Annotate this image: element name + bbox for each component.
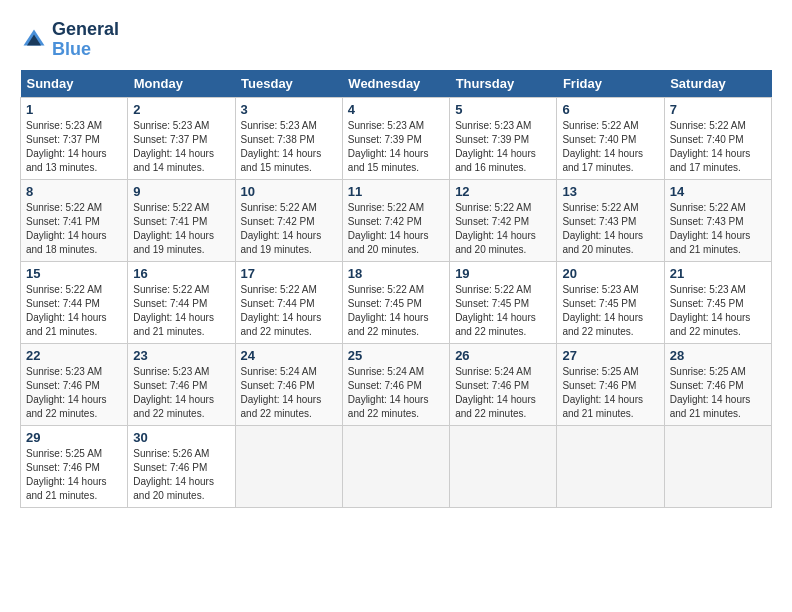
week-row-3: 15Sunrise: 5:22 AM Sunset: 7:44 PM Dayli…: [21, 261, 772, 343]
day-info: Sunrise: 5:22 AM Sunset: 7:44 PM Dayligh…: [133, 283, 229, 339]
day-number: 20: [562, 266, 658, 281]
day-cell-6: 6Sunrise: 5:22 AM Sunset: 7:40 PM Daylig…: [557, 97, 664, 179]
day-cell-12: 12Sunrise: 5:22 AM Sunset: 7:42 PM Dayli…: [450, 179, 557, 261]
day-info: Sunrise: 5:23 AM Sunset: 7:39 PM Dayligh…: [455, 119, 551, 175]
day-cell-17: 17Sunrise: 5:22 AM Sunset: 7:44 PM Dayli…: [235, 261, 342, 343]
week-row-5: 29Sunrise: 5:25 AM Sunset: 7:46 PM Dayli…: [21, 425, 772, 507]
day-number: 9: [133, 184, 229, 199]
day-info: Sunrise: 5:23 AM Sunset: 7:39 PM Dayligh…: [348, 119, 444, 175]
empty-cell: [342, 425, 449, 507]
day-info: Sunrise: 5:22 AM Sunset: 7:45 PM Dayligh…: [348, 283, 444, 339]
day-number: 13: [562, 184, 658, 199]
day-number: 21: [670, 266, 766, 281]
day-info: Sunrise: 5:22 AM Sunset: 7:42 PM Dayligh…: [241, 201, 337, 257]
day-info: Sunrise: 5:22 AM Sunset: 7:45 PM Dayligh…: [455, 283, 551, 339]
day-cell-15: 15Sunrise: 5:22 AM Sunset: 7:44 PM Dayli…: [21, 261, 128, 343]
day-number: 22: [26, 348, 122, 363]
day-cell-23: 23Sunrise: 5:23 AM Sunset: 7:46 PM Dayli…: [128, 343, 235, 425]
day-number: 29: [26, 430, 122, 445]
day-cell-8: 8Sunrise: 5:22 AM Sunset: 7:41 PM Daylig…: [21, 179, 128, 261]
day-number: 24: [241, 348, 337, 363]
day-number: 10: [241, 184, 337, 199]
day-cell-4: 4Sunrise: 5:23 AM Sunset: 7:39 PM Daylig…: [342, 97, 449, 179]
day-number: 27: [562, 348, 658, 363]
day-number: 15: [26, 266, 122, 281]
empty-cell: [557, 425, 664, 507]
day-number: 25: [348, 348, 444, 363]
day-info: Sunrise: 5:25 AM Sunset: 7:46 PM Dayligh…: [562, 365, 658, 421]
day-info: Sunrise: 5:22 AM Sunset: 7:43 PM Dayligh…: [562, 201, 658, 257]
day-cell-9: 9Sunrise: 5:22 AM Sunset: 7:41 PM Daylig…: [128, 179, 235, 261]
day-info: Sunrise: 5:23 AM Sunset: 7:46 PM Dayligh…: [26, 365, 122, 421]
logo-text: General Blue: [52, 20, 119, 60]
day-number: 2: [133, 102, 229, 117]
empty-cell: [450, 425, 557, 507]
day-info: Sunrise: 5:23 AM Sunset: 7:45 PM Dayligh…: [562, 283, 658, 339]
day-cell-11: 11Sunrise: 5:22 AM Sunset: 7:42 PM Dayli…: [342, 179, 449, 261]
day-info: Sunrise: 5:22 AM Sunset: 7:41 PM Dayligh…: [26, 201, 122, 257]
day-number: 4: [348, 102, 444, 117]
day-cell-28: 28Sunrise: 5:25 AM Sunset: 7:46 PM Dayli…: [664, 343, 771, 425]
day-info: Sunrise: 5:23 AM Sunset: 7:46 PM Dayligh…: [133, 365, 229, 421]
week-row-2: 8Sunrise: 5:22 AM Sunset: 7:41 PM Daylig…: [21, 179, 772, 261]
day-cell-16: 16Sunrise: 5:22 AM Sunset: 7:44 PM Dayli…: [128, 261, 235, 343]
empty-cell: [664, 425, 771, 507]
day-cell-30: 30Sunrise: 5:26 AM Sunset: 7:46 PM Dayli…: [128, 425, 235, 507]
day-info: Sunrise: 5:22 AM Sunset: 7:42 PM Dayligh…: [348, 201, 444, 257]
col-header-wednesday: Wednesday: [342, 70, 449, 98]
day-cell-2: 2Sunrise: 5:23 AM Sunset: 7:37 PM Daylig…: [128, 97, 235, 179]
day-number: 5: [455, 102, 551, 117]
day-number: 7: [670, 102, 766, 117]
day-info: Sunrise: 5:23 AM Sunset: 7:38 PM Dayligh…: [241, 119, 337, 175]
week-row-4: 22Sunrise: 5:23 AM Sunset: 7:46 PM Dayli…: [21, 343, 772, 425]
day-number: 28: [670, 348, 766, 363]
day-number: 23: [133, 348, 229, 363]
day-cell-22: 22Sunrise: 5:23 AM Sunset: 7:46 PM Dayli…: [21, 343, 128, 425]
calendar-table: SundayMondayTuesdayWednesdayThursdayFrid…: [20, 70, 772, 508]
day-info: Sunrise: 5:22 AM Sunset: 7:44 PM Dayligh…: [241, 283, 337, 339]
day-cell-3: 3Sunrise: 5:23 AM Sunset: 7:38 PM Daylig…: [235, 97, 342, 179]
day-cell-25: 25Sunrise: 5:24 AM Sunset: 7:46 PM Dayli…: [342, 343, 449, 425]
day-info: Sunrise: 5:23 AM Sunset: 7:37 PM Dayligh…: [26, 119, 122, 175]
day-info: Sunrise: 5:24 AM Sunset: 7:46 PM Dayligh…: [455, 365, 551, 421]
day-cell-20: 20Sunrise: 5:23 AM Sunset: 7:45 PM Dayli…: [557, 261, 664, 343]
day-info: Sunrise: 5:25 AM Sunset: 7:46 PM Dayligh…: [26, 447, 122, 503]
header: General Blue: [20, 20, 772, 60]
day-cell-1: 1Sunrise: 5:23 AM Sunset: 7:37 PM Daylig…: [21, 97, 128, 179]
day-cell-27: 27Sunrise: 5:25 AM Sunset: 7:46 PM Dayli…: [557, 343, 664, 425]
day-cell-5: 5Sunrise: 5:23 AM Sunset: 7:39 PM Daylig…: [450, 97, 557, 179]
day-number: 3: [241, 102, 337, 117]
day-number: 30: [133, 430, 229, 445]
day-cell-10: 10Sunrise: 5:22 AM Sunset: 7:42 PM Dayli…: [235, 179, 342, 261]
day-cell-18: 18Sunrise: 5:22 AM Sunset: 7:45 PM Dayli…: [342, 261, 449, 343]
day-number: 12: [455, 184, 551, 199]
day-number: 11: [348, 184, 444, 199]
col-header-thursday: Thursday: [450, 70, 557, 98]
day-info: Sunrise: 5:24 AM Sunset: 7:46 PM Dayligh…: [348, 365, 444, 421]
day-info: Sunrise: 5:25 AM Sunset: 7:46 PM Dayligh…: [670, 365, 766, 421]
day-cell-26: 26Sunrise: 5:24 AM Sunset: 7:46 PM Dayli…: [450, 343, 557, 425]
logo-icon: [20, 26, 48, 54]
day-cell-21: 21Sunrise: 5:23 AM Sunset: 7:45 PM Dayli…: [664, 261, 771, 343]
day-cell-29: 29Sunrise: 5:25 AM Sunset: 7:46 PM Dayli…: [21, 425, 128, 507]
col-header-saturday: Saturday: [664, 70, 771, 98]
day-cell-19: 19Sunrise: 5:22 AM Sunset: 7:45 PM Dayli…: [450, 261, 557, 343]
day-cell-14: 14Sunrise: 5:22 AM Sunset: 7:43 PM Dayli…: [664, 179, 771, 261]
day-number: 1: [26, 102, 122, 117]
day-cell-7: 7Sunrise: 5:22 AM Sunset: 7:40 PM Daylig…: [664, 97, 771, 179]
day-info: Sunrise: 5:24 AM Sunset: 7:46 PM Dayligh…: [241, 365, 337, 421]
day-info: Sunrise: 5:22 AM Sunset: 7:40 PM Dayligh…: [670, 119, 766, 175]
day-number: 18: [348, 266, 444, 281]
empty-cell: [235, 425, 342, 507]
day-info: Sunrise: 5:22 AM Sunset: 7:41 PM Dayligh…: [133, 201, 229, 257]
day-info: Sunrise: 5:23 AM Sunset: 7:37 PM Dayligh…: [133, 119, 229, 175]
day-number: 6: [562, 102, 658, 117]
day-number: 14: [670, 184, 766, 199]
day-number: 17: [241, 266, 337, 281]
col-header-sunday: Sunday: [21, 70, 128, 98]
logo: General Blue: [20, 20, 119, 60]
col-header-tuesday: Tuesday: [235, 70, 342, 98]
day-number: 19: [455, 266, 551, 281]
day-info: Sunrise: 5:22 AM Sunset: 7:43 PM Dayligh…: [670, 201, 766, 257]
day-number: 8: [26, 184, 122, 199]
